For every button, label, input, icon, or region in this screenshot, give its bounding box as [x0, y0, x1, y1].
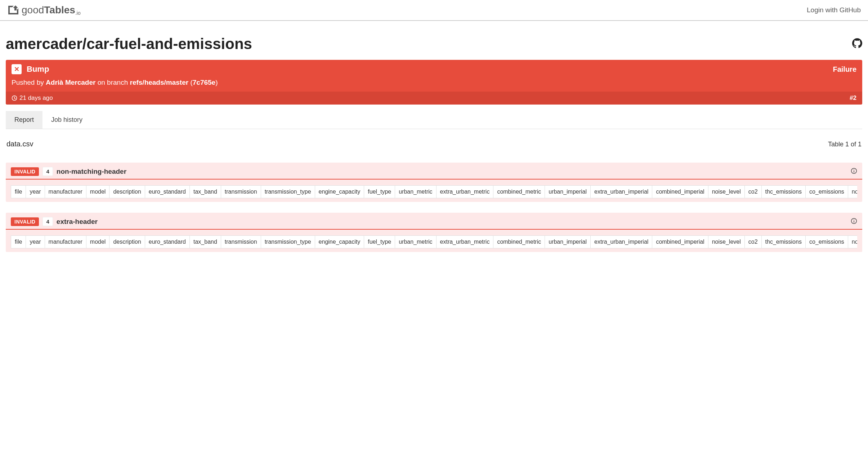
column-header: noise_level — [708, 235, 745, 248]
column-header: file — [11, 185, 26, 198]
invalid-badge: INVALID — [11, 217, 39, 226]
column-header: tax_band — [189, 185, 221, 198]
svg-point-2 — [854, 169, 854, 170]
column-header: extra_urban_metric — [436, 235, 494, 248]
invalid-badge: INVALID — [11, 167, 39, 176]
column-header: urban_metric — [395, 235, 436, 248]
column-header: urban_imperial — [545, 235, 591, 248]
table-count: Table 1 of 1 — [828, 141, 862, 148]
error-block: INVALID4extra-headerfileyearmanufacturer… — [6, 213, 862, 252]
column-header: transmission — [221, 185, 261, 198]
clock-icon — [12, 95, 17, 101]
column-header: co_emissions — [805, 235, 848, 248]
column-header: model — [86, 235, 110, 248]
info-icon[interactable] — [851, 168, 857, 176]
status-banner: ✕ Bump Failure Pushed by Adrià Mercader … — [6, 60, 862, 105]
column-header: extra_urban_imperial — [590, 235, 652, 248]
column-header: engine_capacity — [315, 185, 364, 198]
upload-icon — [7, 5, 19, 16]
column-header: extra_urban_metric — [436, 185, 494, 198]
tab-job-history[interactable]: Job history — [42, 111, 91, 129]
columns-scroll[interactable]: fileyearmanufacturermodeldescriptioneuro… — [11, 185, 857, 198]
column-header: euro_standard — [145, 235, 190, 248]
column-header: fuel_type — [364, 235, 395, 248]
column-header: nox_emissions — [848, 185, 857, 198]
column-header: manufacturer — [45, 185, 86, 198]
column-header: engine_capacity — [315, 235, 364, 248]
column-header: tax_band — [189, 235, 221, 248]
tabs: Report Job history — [6, 111, 862, 129]
column-header: manufacturer — [45, 235, 86, 248]
column-header: thc_emissions — [761, 235, 806, 248]
error-type: non-matching-header — [57, 168, 126, 176]
error-type: extra-header — [57, 218, 98, 226]
failure-icon: ✕ — [12, 64, 22, 74]
github-icon[interactable] — [852, 38, 862, 50]
file-name: data.csv — [6, 140, 33, 148]
column-header: urban_metric — [395, 185, 436, 198]
column-header: fuel_type — [364, 185, 395, 198]
column-header: combined_metric — [493, 235, 545, 248]
column-header: transmission — [221, 235, 261, 248]
column-header: combined_imperial — [652, 235, 708, 248]
column-header: thc_emissions — [761, 185, 806, 198]
column-header: year — [26, 235, 45, 248]
push-info: Pushed by Adrià Mercader on branch refs/… — [6, 77, 862, 92]
column-header: combined_metric — [493, 185, 545, 198]
column-header: transmission_type — [261, 185, 315, 198]
column-header: noise_level — [708, 185, 745, 198]
column-header: transmission_type — [261, 235, 315, 248]
column-header: description — [109, 235, 145, 248]
column-header: co_emissions — [805, 185, 848, 198]
error-count: 4 — [42, 167, 53, 176]
column-header: year — [26, 185, 45, 198]
column-header: co2 — [744, 235, 762, 248]
columns-scroll[interactable]: fileyearmanufacturermodeldescriptioneuro… — [11, 235, 857, 248]
commit-message: Bump — [27, 65, 49, 74]
job-number: #2 — [850, 94, 856, 102]
login-link[interactable]: Login with GitHub — [807, 6, 861, 14]
time-ago: 21 days ago — [19, 94, 53, 102]
column-header: co2 — [744, 185, 762, 198]
svg-point-4 — [854, 219, 854, 220]
logo[interactable]: goodTables.io — [7, 4, 81, 16]
logo-text: goodTables.io — [22, 4, 81, 16]
column-header: nox_emissions — [848, 235, 857, 248]
tab-report[interactable]: Report — [6, 111, 42, 129]
column-header: combined_imperial — [652, 185, 708, 198]
column-header: urban_imperial — [545, 185, 591, 198]
error-block: INVALID4non-matching-headerfileyearmanuf… — [6, 163, 862, 202]
status-result: Failure — [833, 65, 856, 74]
info-icon[interactable] — [851, 218, 857, 226]
column-header: description — [109, 185, 145, 198]
column-header: model — [86, 185, 110, 198]
repo-title: amercader/car-fuel-and-emissions — [6, 35, 252, 53]
column-header: extra_urban_imperial — [590, 185, 652, 198]
column-header: euro_standard — [145, 185, 190, 198]
column-header: file — [11, 235, 26, 248]
error-count: 4 — [42, 217, 53, 226]
